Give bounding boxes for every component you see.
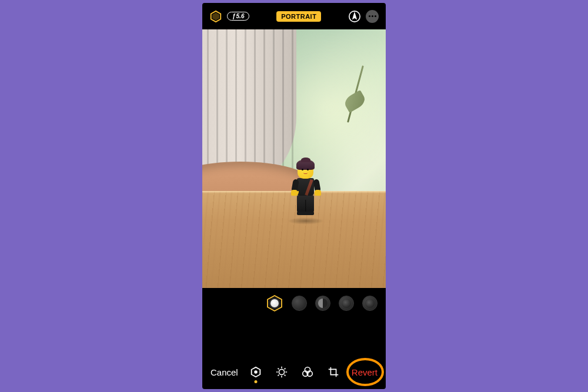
ellipsis-icon: [369, 15, 376, 17]
portrait-mode-badge[interactable]: PORTRAIT: [276, 11, 321, 22]
svg-marker-1: [213, 13, 219, 19]
svg-point-5: [279, 369, 285, 374]
photo-editor-screen: ƒ 5.6 PORTRAIT: [202, 3, 386, 389]
more-options-button[interactable]: [366, 10, 379, 23]
aperture-value: 5.6: [236, 13, 245, 19]
photo-planter-pot: [202, 29, 296, 182]
photo-plant-leaf: [333, 65, 368, 135]
lighting-option-natural[interactable]: [266, 294, 283, 312]
tab-portrait-lighting[interactable]: [249, 366, 262, 378]
editor-spacer: [202, 319, 386, 355]
tab-adjust[interactable]: [275, 366, 288, 378]
lighting-option-studio[interactable]: [292, 296, 307, 311]
aperture-symbol: ƒ: [232, 13, 236, 19]
tab-filters[interactable]: [301, 366, 314, 378]
editor-top-bar: ƒ 5.6 PORTRAIT: [202, 3, 386, 29]
lighting-option-stage-mono[interactable]: [362, 296, 377, 311]
markup-button[interactable]: [348, 10, 361, 23]
editor-bottom-bar: Cancel Revert: [202, 355, 386, 389]
portrait-lighting-selector: [202, 288, 386, 319]
lighting-option-contour[interactable]: [315, 296, 330, 311]
revert-button[interactable]: Revert: [352, 367, 377, 377]
photo-preview[interactable]: [202, 29, 386, 288]
lighting-option-stage[interactable]: [339, 296, 354, 311]
svg-point-4: [255, 370, 258, 374]
cancel-button[interactable]: Cancel: [211, 367, 238, 377]
edit-tool-tabs: [249, 366, 340, 378]
portrait-lighting-icon[interactable]: [209, 10, 222, 23]
photo-minifigure-subject: [289, 156, 322, 220]
tab-crop[interactable]: [327, 366, 340, 378]
aperture-button[interactable]: ƒ 5.6: [227, 12, 249, 21]
